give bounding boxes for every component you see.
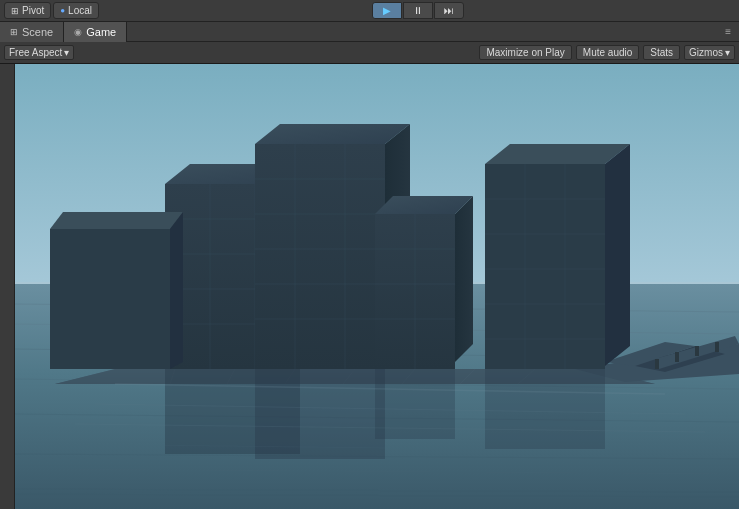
svg-rect-26 [715,342,719,352]
svg-marker-65 [170,212,183,369]
game-tab[interactable]: ◉ Game [64,22,127,42]
mute-audio-button[interactable]: Mute audio [576,45,639,60]
gizmos-button[interactable]: Gizmos ▾ [684,45,735,60]
game-tab-icon: ◉ [74,27,82,37]
left-sidebar [0,64,15,509]
play-icon: ▶ [383,5,391,16]
game-toolbar: Free Aspect ▾ Maximize on Play Mute audi… [0,42,739,64]
step-button[interactable]: ⏭ [434,2,464,19]
svg-marker-48 [455,196,473,362]
game-toolbar-right: Maximize on Play Mute audio Stats Gizmos… [479,45,735,60]
tabs-bar: ⊞ Scene ◉ Game ≡ [0,22,739,42]
svg-rect-53 [485,164,605,369]
pivot-grid-icon: ⊞ [11,6,19,16]
local-dot-icon: ● [60,6,65,15]
scene-tab-label: Scene [22,26,53,38]
playback-controls: ▶ ⏸ ⏭ [372,2,464,19]
main-area [0,64,739,509]
local-label: Local [68,5,92,16]
stats-button[interactable]: Stats [643,45,680,60]
svg-rect-25 [695,346,699,356]
stats-label: Stats [650,47,673,58]
local-button[interactable]: ● Local [53,2,99,19]
gizmos-label: Gizmos [689,47,723,58]
scene-tab[interactable]: ⊞ Scene [0,22,64,42]
pivot-label: Pivot [22,5,44,16]
svg-marker-37 [255,124,410,144]
aspect-dropdown[interactable]: Free Aspect ▾ [4,45,74,60]
game-tab-label: Game [86,26,116,38]
maximize-on-play-label: Maximize on Play [486,47,564,58]
game-viewport [15,64,739,509]
svg-rect-36 [255,144,385,369]
play-button[interactable]: ▶ [372,2,402,19]
gizmos-dropdown-icon: ▾ [725,47,730,58]
pause-icon: ⏸ [413,5,423,16]
step-icon: ⏭ [444,5,454,16]
svg-rect-23 [655,359,659,369]
svg-marker-55 [605,144,630,366]
svg-rect-67 [255,369,385,459]
pause-button[interactable]: ⏸ [403,2,433,19]
maximize-on-play-button[interactable]: Maximize on Play [479,45,571,60]
collapse-button[interactable]: ≡ [721,26,735,37]
svg-marker-54 [485,144,630,164]
pivot-button[interactable]: ⊞ Pivot [4,2,51,19]
collapse-icon: ≡ [725,26,731,37]
top-toolbar: ⊞ Pivot ● Local ▶ ⏸ ⏭ [0,0,739,22]
svg-rect-24 [675,352,679,362]
scene-tab-icon: ⊞ [10,27,18,37]
svg-rect-63 [50,229,170,369]
svg-marker-64 [50,212,183,229]
mute-audio-label: Mute audio [583,47,632,58]
svg-rect-69 [485,369,605,449]
aspect-label: Free Aspect [9,47,62,58]
scene-svg [15,64,739,509]
tabs-right: ≡ [721,26,739,37]
aspect-dropdown-icon: ▾ [64,47,69,58]
